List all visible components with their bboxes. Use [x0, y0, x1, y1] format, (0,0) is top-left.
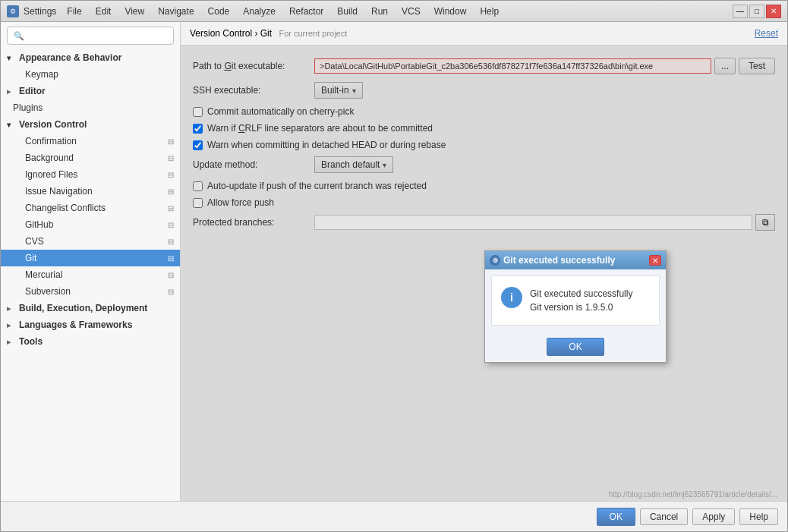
sidebar-item-cvs[interactable]: CVS ⊟	[1, 233, 180, 250]
sidebar-item-keymap[interactable]: Keymap	[1, 66, 180, 83]
sidebar-item-confirmation[interactable]: Confirmation ⊟	[1, 133, 180, 150]
search-icon: 🔍	[14, 31, 24, 41]
title-bar: ⚙ Settings File Edit View Navigate Code …	[1, 1, 787, 22]
menu-navigate[interactable]: Navigate	[152, 5, 200, 18]
expand-arrow-languages: ▸	[7, 321, 16, 329]
reset-link[interactable]: Reset	[755, 28, 778, 39]
sidebar-item-appearance[interactable]: ▾ Appearance & Behavior	[1, 49, 180, 66]
sidebar-item-cvs-label: CVS	[25, 236, 44, 247]
github-icon: ⊟	[168, 221, 174, 229]
close-button[interactable]: ✕	[766, 5, 781, 18]
cancel-button[interactable]: Cancel	[640, 508, 688, 525]
right-panel: Version Control › Git For current projec…	[181, 22, 787, 501]
sidebar-item-editor-label: Editor	[19, 86, 46, 96]
sidebar-item-mercurial[interactable]: Mercurial ⊟	[1, 266, 180, 283]
sidebar-item-issue-navigation[interactable]: Issue Navigation ⊟	[1, 183, 180, 200]
modal-footer: OK	[485, 332, 666, 362]
sidebar-item-build-label: Build, Execution, Deployment	[19, 303, 147, 313]
menu-edit[interactable]: Edit	[90, 5, 118, 18]
sidebar-item-appearance-label: Appearance & Behavior	[19, 52, 121, 63]
sidebar-item-plugins-label: Plugins	[13, 102, 43, 113]
menu-run[interactable]: Run	[365, 5, 394, 18]
modal-title-icon: ⚙	[490, 255, 500, 266]
git-success-modal: ⚙ Git executed successfully ✕ i Git exec…	[484, 250, 667, 363]
breadcrumb-separator: ›	[254, 28, 257, 39]
ignored-icon: ⊟	[168, 171, 174, 179]
expand-arrow-appearance: ▾	[7, 54, 16, 62]
sidebar-item-background-label: Background	[25, 153, 74, 163]
menu-refactor[interactable]: Refactor	[283, 5, 329, 18]
bottom-bar: http://blog.csdn.net/lmj623565791/articl…	[1, 501, 787, 531]
sidebar-item-languages-label: Languages & Frameworks	[19, 320, 132, 330]
info-icon: i	[501, 287, 522, 308]
breadcrumb: Version Control › Git For current projec…	[190, 28, 347, 39]
git-icon: ⊟	[168, 254, 174, 263]
sidebar-item-build[interactable]: ▸ Build, Execution, Deployment	[1, 300, 180, 316]
menu-build[interactable]: Build	[331, 5, 364, 18]
help-button[interactable]: Help	[739, 508, 778, 525]
menu-bar: File Edit View Navigate Code Analyze Ref…	[61, 5, 505, 18]
sidebar-item-changelist[interactable]: Changelist Conflicts ⊟	[1, 200, 180, 216]
sidebar-item-tools-label: Tools	[19, 336, 43, 347]
breadcrumb-git: Git	[260, 28, 272, 39]
subversion-icon: ⊟	[168, 288, 174, 296]
menu-vcs[interactable]: VCS	[396, 5, 427, 18]
settings-window: ⚙ Settings File Edit View Navigate Code …	[0, 0, 788, 532]
menu-file[interactable]: File	[61, 5, 87, 18]
modal-ok-button[interactable]: OK	[547, 338, 604, 356]
sidebar-item-version-control[interactable]: ▾ Version Control	[1, 116, 180, 133]
app-icon: ⚙	[7, 5, 19, 17]
sidebar-item-mercurial-label: Mercurial	[25, 269, 62, 280]
maximize-button[interactable]: □	[749, 5, 764, 18]
sidebar: 🔍 ▾ Appearance & Behavior Keymap ▸ Edito…	[1, 22, 181, 501]
sidebar-item-ignored-label: Ignored Files	[25, 169, 77, 180]
modal-titlebar: ⚙ Git executed successfully ✕	[485, 251, 666, 269]
menu-code[interactable]: Code	[202, 5, 236, 18]
expand-arrow-build: ▸	[7, 304, 16, 313]
sidebar-item-ignored-files[interactable]: Ignored Files ⊟	[1, 166, 180, 183]
menu-analyze[interactable]: Analyze	[237, 5, 282, 18]
panel-header: Version Control › Git For current projec…	[181, 22, 787, 46]
menu-window[interactable]: Window	[428, 5, 473, 18]
menu-view[interactable]: View	[118, 5, 150, 18]
sidebar-item-confirmation-label: Confirmation	[25, 136, 77, 146]
sidebar-item-vc-label: Version Control	[19, 119, 87, 130]
modal-message-line2: Git version is 1.9.5.0	[530, 301, 632, 314]
expand-arrow-editor: ▸	[7, 87, 16, 96]
sidebar-item-git-label: Git	[25, 253, 36, 263]
confirmation-icon: ⊟	[168, 137, 174, 146]
main-content: 🔍 ▾ Appearance & Behavior Keymap ▸ Edito…	[1, 22, 787, 501]
minimize-button[interactable]: —	[733, 5, 748, 18]
sidebar-item-github[interactable]: GitHub ⊟	[1, 216, 180, 233]
sidebar-item-plugins[interactable]: Plugins	[1, 99, 180, 116]
search-input[interactable]	[27, 30, 167, 41]
modal-message-line1: Git executed successfully	[530, 287, 632, 301]
sidebar-item-editor[interactable]: ▸ Editor	[1, 83, 180, 99]
modal-overlay: ⚙ Git executed successfully ✕ i Git exec…	[181, 46, 787, 501]
apply-button[interactable]: Apply	[692, 508, 735, 525]
expand-arrow-vc: ▾	[7, 121, 16, 129]
breadcrumb-vc: Version Control	[190, 28, 252, 39]
modal-message: Git executed successfully Git version is…	[530, 287, 632, 314]
changelist-icon: ⊟	[168, 204, 174, 212]
window-title: Settings	[24, 6, 56, 17]
sidebar-item-background[interactable]: Background ⊟	[1, 150, 180, 166]
sidebar-item-subversion[interactable]: Subversion ⊟	[1, 283, 180, 300]
modal-title: ⚙ Git executed successfully	[490, 255, 615, 266]
sidebar-item-keymap-label: Keymap	[25, 69, 58, 80]
sidebar-item-changelist-label: Changelist Conflicts	[25, 203, 106, 213]
sidebar-item-subversion-label: Subversion	[25, 286, 71, 297]
sidebar-item-tools[interactable]: ▸ Tools	[1, 333, 180, 350]
background-icon: ⊟	[168, 154, 174, 162]
window-controls: — □ ✕	[733, 5, 781, 18]
search-box[interactable]: 🔍	[7, 27, 174, 45]
cvs-icon: ⊟	[168, 238, 174, 246]
sidebar-item-github-label: GitHub	[25, 219, 53, 230]
sidebar-item-languages[interactable]: ▸ Languages & Frameworks	[1, 316, 180, 333]
panel-subtitle: For current project	[279, 29, 347, 38]
mercurial-icon: ⊟	[168, 271, 174, 279]
modal-close-button[interactable]: ✕	[649, 255, 661, 266]
menu-help[interactable]: Help	[474, 5, 505, 18]
ok-button[interactable]: OK	[597, 508, 635, 526]
sidebar-item-git[interactable]: Git ⊟	[1, 250, 180, 266]
